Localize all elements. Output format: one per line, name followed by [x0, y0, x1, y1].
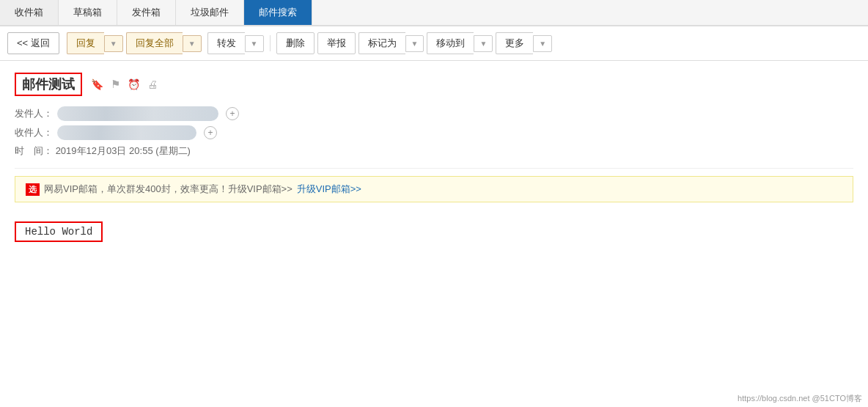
- date-value: 2019年12月03日 20:55 (星期二): [56, 145, 191, 156]
- content-divider: [15, 168, 853, 169]
- reply-all-button[interactable]: 回复全部: [126, 32, 183, 54]
- tab-drafts[interactable]: 草稿箱: [59, 0, 117, 25]
- more-button[interactable]: 更多: [496, 32, 533, 54]
- reply-dropdown-arrow: ▼: [110, 40, 117, 48]
- add-from-contact-button[interactable]: +: [226, 107, 239, 120]
- more-dropdown-button[interactable]: ▼: [533, 35, 552, 52]
- email-from-row: 发件人： +: [15, 106, 853, 121]
- email-body: Hello World: [15, 214, 853, 249]
- add-to-contact-button[interactable]: +: [204, 126, 217, 139]
- forward-dropdown-arrow: ▼: [251, 40, 258, 48]
- tab-spam-label: 垃圾邮件: [191, 6, 229, 19]
- print-icon[interactable]: 🖨: [147, 78, 158, 90]
- reply-all-dropdown-button[interactable]: ▼: [183, 35, 202, 52]
- page-footer: https://blog.csdn.net @51CTO博客: [732, 390, 868, 407]
- flag-icon[interactable]: ⚑: [111, 78, 120, 91]
- from-label: 发件人：: [15, 107, 53, 120]
- vip-banner-text: 网易VIP邮箱，单次群发400封，效率更高！升级VIP邮箱>>: [44, 183, 293, 196]
- move-to-dropdown-arrow: ▼: [479, 40, 487, 48]
- tab-spam[interactable]: 垃圾邮件: [176, 0, 244, 25]
- tab-sent-label: 发件箱: [132, 6, 161, 19]
- move-to-dropdown-button[interactable]: ▼: [474, 35, 493, 52]
- email-to-row: 收件人： +: [15, 125, 853, 140]
- email-subject-title: 邮件测试: [15, 73, 82, 96]
- reply-dropdown-button[interactable]: ▼: [104, 35, 123, 52]
- mark-as-button[interactable]: 标记为: [358, 32, 405, 54]
- email-toolbar: << 返回 回复 ▼ 回复全部 ▼ 转发 ▼ 删除 举报 标记为 ▼ 移动到 ▼…: [0, 26, 868, 61]
- footer-text: https://blog.csdn.net @51CTO博客: [738, 394, 862, 403]
- report-button[interactable]: 举报: [317, 32, 356, 54]
- clock-icon[interactable]: ⏰: [128, 78, 140, 90]
- mark-as-dropdown-arrow: ▼: [411, 40, 419, 48]
- back-button[interactable]: << 返回: [7, 32, 59, 54]
- tab-drafts-label: 草稿箱: [73, 6, 102, 19]
- subject-action-icons: 🔖 ⚑ ⏰ 🖨: [91, 78, 158, 91]
- bookmark-icon[interactable]: 🔖: [91, 78, 103, 90]
- vip-promotion-banner: 选 网易VIP邮箱，单次群发400封，效率更高！升级VIP邮箱>> 升级VIP邮…: [15, 176, 853, 202]
- email-body-content: Hello World: [15, 221, 103, 242]
- tab-inbox[interactable]: 收件箱: [0, 0, 59, 25]
- forward-dropdown-button[interactable]: ▼: [245, 35, 264, 52]
- reply-button[interactable]: 回复: [67, 32, 104, 54]
- delete-button[interactable]: 删除: [276, 32, 315, 54]
- vip-icon: 选: [26, 183, 40, 196]
- email-date-row: 时 间： 2019年12月03日 20:55 (星期二): [15, 144, 853, 158]
- email-content: 邮件测试 🔖 ⚑ ⏰ 🖨 发件人： + 收件人： + 时 间： 2019年12月…: [0, 61, 868, 261]
- forward-button[interactable]: 转发: [207, 32, 245, 54]
- top-navigation: 收件箱 草稿箱 发件箱 垃圾邮件 邮件搜索: [0, 0, 868, 26]
- reply-all-dropdown-arrow: ▼: [188, 40, 196, 48]
- tab-search-label: 邮件搜索: [259, 6, 297, 19]
- from-value-blurred: [57, 106, 218, 121]
- to-value-blurred: [57, 125, 196, 140]
- date-label: 时 间：: [15, 145, 53, 156]
- toolbar-separator-1: [270, 35, 271, 51]
- tab-search[interactable]: 邮件搜索: [244, 0, 312, 25]
- more-dropdown-arrow: ▼: [539, 40, 546, 48]
- move-to-button[interactable]: 移动到: [427, 32, 474, 54]
- to-label: 收件人：: [15, 126, 53, 139]
- tab-inbox-label: 收件箱: [15, 6, 43, 19]
- mark-as-dropdown-button[interactable]: ▼: [405, 35, 424, 52]
- tab-sent[interactable]: 发件箱: [117, 0, 176, 25]
- vip-upgrade-link[interactable]: 升级VIP邮箱>>: [297, 183, 361, 196]
- email-subject-row: 邮件测试 🔖 ⚑ ⏰ 🖨: [15, 73, 853, 96]
